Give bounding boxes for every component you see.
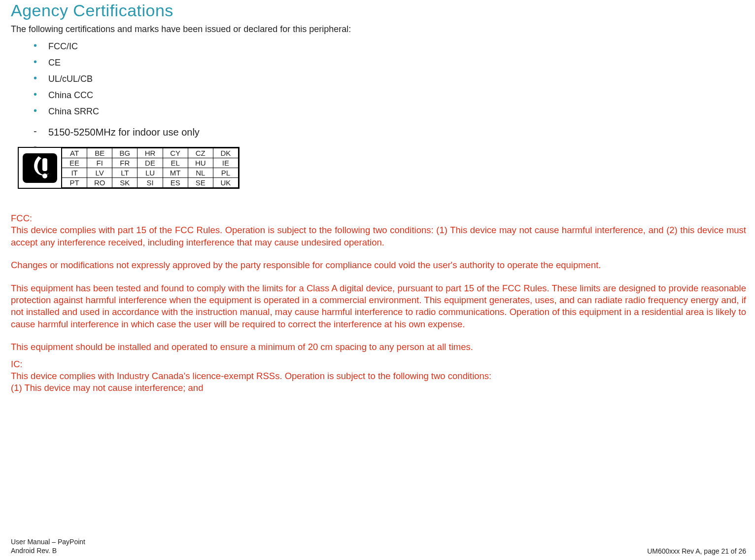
warning-icon [19,148,62,188]
ic-label: IC: [11,358,746,370]
table-cell: LT [112,168,137,178]
table-cell: CY [163,148,188,158]
table-cell: RO [87,178,112,188]
table-cell: HU [188,158,213,168]
table-cell: BE [87,148,112,158]
table-cell: NL [188,168,213,178]
fcc-paragraph: This device complies with part 15 of the… [11,224,746,248]
table-cell: UK [213,178,238,188]
fcc-paragraph: This equipment has been tested and found… [11,282,746,331]
page-title: Agency Certifications [11,1,746,20]
list-item: China CCC [34,87,746,104]
certifications-list: FCC/IC CE UL/cUL/CB China CCC China SRRC [34,38,746,120]
country-code-table: AT BE BG HR CY CZ DK EE FI FR DE EL HU I… [62,148,239,188]
table-cell: MT [163,168,188,178]
fcc-paragraph: This equipment should be installed and o… [11,341,746,353]
table-cell: PL [213,168,238,178]
country-code-block: AT BE BG HR CY CZ DK EE FI FR DE EL HU I… [18,147,240,189]
table-cell: DE [137,158,163,168]
table-cell: PT [62,178,87,188]
table-cell: BG [112,148,137,158]
fcc-paragraph: Changes or modifications not expressly a… [11,259,746,271]
table-row: AT BE BG HR CY CZ DK [62,148,239,158]
list-item: CE [34,55,746,71]
list-item [34,140,746,144]
table-cell: IE [213,158,238,168]
table-cell: SE [188,178,213,188]
notes-list: 5150-5250MHz for indoor use only [34,125,746,144]
table-cell: ES [163,178,188,188]
table-cell: IT [62,168,87,178]
ic-paragraph: (1) This device may not cause interferen… [11,382,746,394]
table-cell: LU [137,168,163,178]
table-row: EE FI FR DE EL HU IE [62,158,239,168]
list-item: 5150-5250MHz for indoor use only [34,125,746,140]
footer-right: UM600xxx Rev A, page 21 of 26 [647,547,746,555]
table-cell: EL [163,158,188,168]
fcc-label: FCC: [11,212,746,224]
svg-rect-1 [42,158,47,171]
table-cell: LV [87,168,112,178]
table-cell: HR [137,148,163,158]
table-cell: FR [112,158,137,168]
table-cell: EE [62,158,87,168]
table-cell: AT [62,148,87,158]
table-row: IT LV LT LU MT NL PL [62,168,239,178]
list-item: UL/cUL/CB [34,71,746,87]
footer-left-line2: Android Rev. B [11,546,85,555]
intro-text: The following certifications and marks h… [11,24,746,35]
svg-point-2 [42,174,47,178]
table-cell: SK [112,178,137,188]
footer-left-line1: User Manual – PayPoint [11,537,85,546]
page-footer: User Manual – PayPoint Android Rev. B UM… [11,537,746,555]
regulatory-section: FCC: This device complies with part 15 o… [11,212,746,394]
table-row: PT RO SK SI ES SE UK [62,178,239,188]
list-item: China SRRC [34,104,746,120]
list-item: FCC/IC [34,38,746,55]
table-cell: CZ [188,148,213,158]
table-cell: FI [87,158,112,168]
table-cell: DK [213,148,238,158]
ic-paragraph: This device complies with Industry Canad… [11,370,746,382]
table-cell: SI [137,178,163,188]
